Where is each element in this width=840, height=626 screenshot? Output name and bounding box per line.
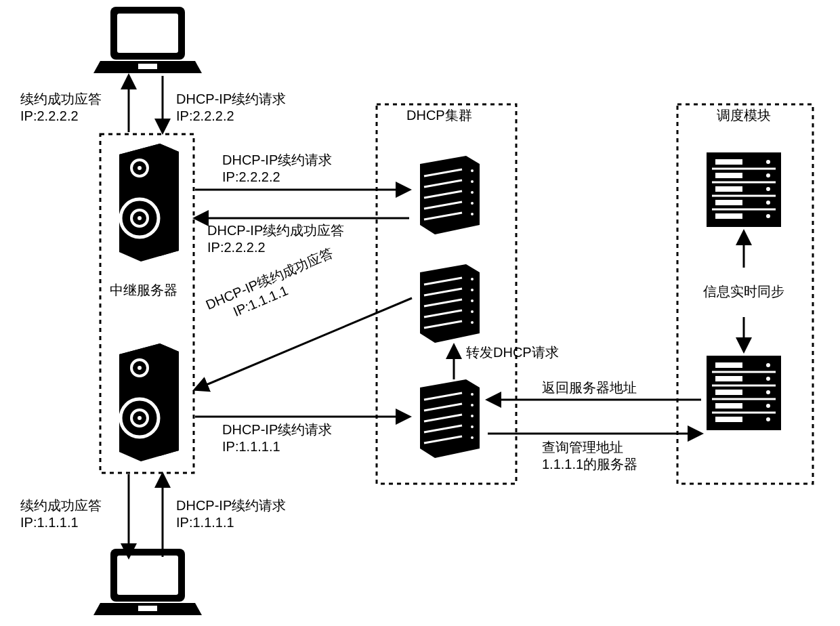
return-address-label: 返回服务器地址 [542, 379, 637, 396]
relay-server-label: 中继服务器 [110, 282, 177, 299]
dhcp-server-3-icon [420, 379, 480, 458]
forward-dhcp-label: 转发DHCP请求 [466, 344, 559, 361]
scheduler-server-top-icon [707, 152, 781, 227]
req-relay-dhcp3-label: DHCP-IP续约请求 IP:1.1.1.1 [222, 421, 332, 455]
client-top-icon [93, 7, 202, 73]
query-mgmt-label: 查询管理地址 1.1.1.1的服务器 [542, 439, 637, 473]
req-relay-dhcp1-label: DHCP-IP续约请求 IP:2.2.2.2 [222, 152, 332, 186]
scheduler-server-bottom-icon [707, 356, 781, 430]
dhcp-server-1-icon [420, 156, 480, 234]
resp-top-client-label: 续约成功应答 IP:2.2.2.2 [20, 91, 102, 125]
scheduler-label: 调度模块 [717, 107, 771, 124]
dhcp-cluster-label: DHCP集群 [406, 107, 472, 124]
dhcp-server-2-icon [420, 264, 480, 343]
sync-label: 信息实时同步 [703, 283, 784, 300]
req-bot-client-label: DHCP-IP续约请求 IP:1.1.1.1 [176, 497, 286, 531]
relay-server-top-icon [119, 144, 179, 262]
client-bottom-icon [93, 549, 202, 615]
req-top-client-label: DHCP-IP续约请求 IP:2.2.2.2 [176, 91, 286, 125]
relay-server-bottom-icon [119, 343, 179, 461]
resp-bot-client-label: 续约成功应答 IP:1.1.1.1 [20, 497, 102, 531]
